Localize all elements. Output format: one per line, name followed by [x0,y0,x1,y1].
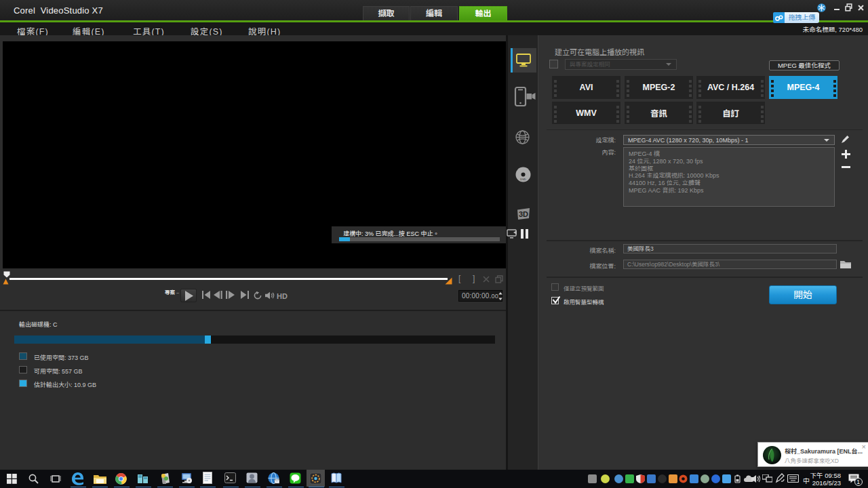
svg-text:DVD: DVD [520,178,526,181]
svg-text:3D: 3D [519,210,528,218]
